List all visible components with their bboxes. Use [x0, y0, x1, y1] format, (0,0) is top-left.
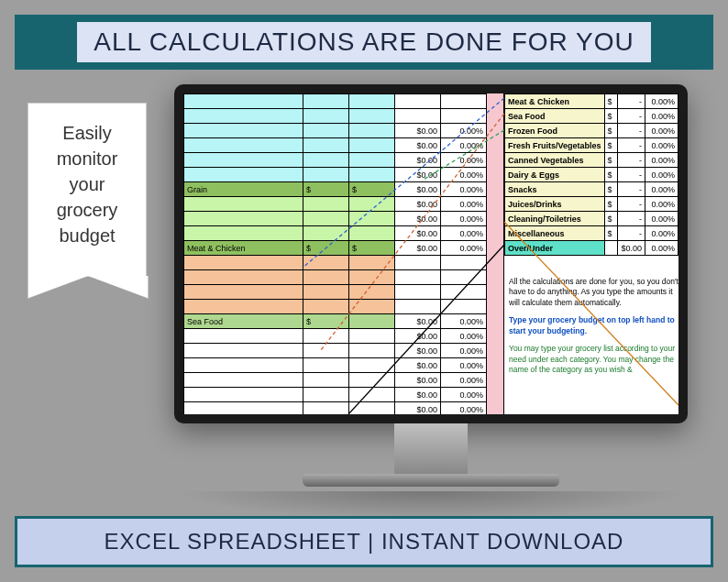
top-banner-inner: ALL CALCULATIONS ARE DONE FOR YOU — [77, 22, 651, 62]
spreadsheet: $0.000.00%$0.000.00%$0.000.00%$0.000.00%… — [183, 93, 678, 414]
svg-line-3 — [504, 222, 678, 405]
svg-line-2 — [422, 130, 504, 181]
bottom-banner-text: EXCEL SPREADSHEET | INSTANT DOWNLOAD — [105, 529, 624, 555]
monitor: $0.000.00%$0.000.00%$0.000.00%$0.000.00%… — [174, 84, 688, 487]
svg-line-1 — [321, 114, 504, 350]
top-banner-text: ALL CALCULATIONS ARE DONE FOR YOU — [94, 27, 634, 57]
monitor-bezel: $0.000.00%$0.000.00%$0.000.00%$0.000.00%… — [174, 84, 688, 423]
svg-line-4 — [348, 245, 504, 414]
arrow-lines — [183, 93, 678, 414]
ribbon-callout: Easily monitor your grocery budget — [28, 103, 147, 277]
monitor-reflection — [174, 491, 688, 519]
bottom-banner: EXCEL SPREADSHEET | INSTANT DOWNLOAD — [15, 516, 713, 567]
ribbon-text: Easily monitor your grocery budget — [57, 123, 118, 246]
svg-line-0 — [303, 98, 504, 268]
monitor-screen: $0.000.00%$0.000.00%$0.000.00%$0.000.00%… — [183, 93, 678, 414]
top-banner: ALL CALCULATIONS ARE DONE FOR YOU — [15, 15, 713, 70]
monitor-stand-base — [303, 474, 559, 487]
monitor-stand-neck — [394, 423, 468, 474]
